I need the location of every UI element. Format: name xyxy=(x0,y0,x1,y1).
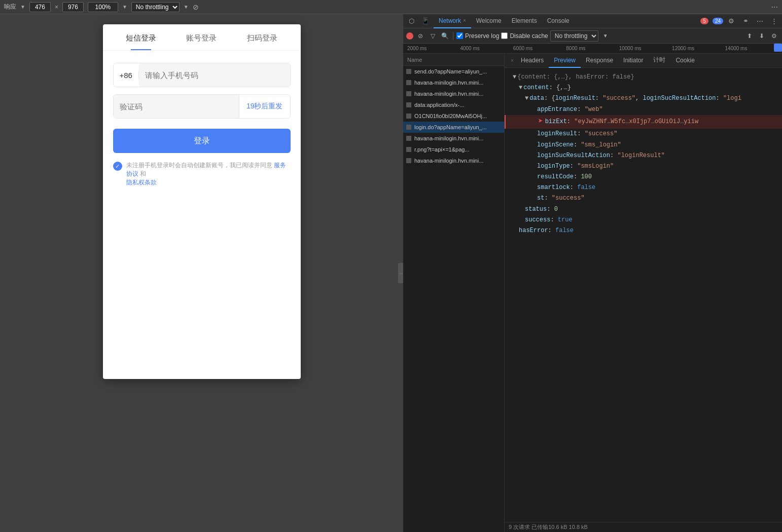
tab-response[interactable]: Response xyxy=(581,54,618,68)
zoom-input[interactable] xyxy=(88,2,118,12)
tab-network[interactable]: Network × xyxy=(434,14,471,28)
import-icon[interactable]: ⬆ xyxy=(744,31,755,41)
toggle-data[interactable]: ▼ xyxy=(525,94,528,103)
network-item[interactable]: havana-minilogin.hvn.mini... xyxy=(403,155,504,166)
login-form: +86 19秒后重发 登录 ✓ 未 xyxy=(103,51,301,197)
tab-timing[interactable]: 计时 xyxy=(648,54,670,68)
more-options-icon[interactable]: ··· xyxy=(771,3,778,12)
tab-cookie[interactable]: Cookie xyxy=(670,54,699,68)
network-item[interactable]: r.png?t=api×=1&pag... xyxy=(403,144,504,155)
export-icon[interactable]: ⬇ xyxy=(757,31,767,41)
detail-close-button[interactable]: × xyxy=(509,57,516,64)
tab-initiator[interactable]: Initiator xyxy=(618,54,648,68)
login-button[interactable]: 登录 xyxy=(113,129,291,153)
more-tabs-icon[interactable]: ⋯ xyxy=(754,15,766,27)
timeline-14000: 14000 ms xyxy=(725,46,778,51)
toggle-content[interactable]: ▼ xyxy=(519,83,522,93)
search-icon[interactable]: 🔍 xyxy=(440,31,450,41)
close-devtools-icon[interactable]: ⋮ xyxy=(768,15,780,27)
rotate-icon[interactable]: ⊘ xyxy=(193,3,199,11)
dim-separator: × xyxy=(55,4,58,11)
agreement-row: ✓ 未注册手机登录时会自动创建新账号，我已阅读并同意 服务协议 和 隐私权条款 xyxy=(113,161,291,187)
tab-preview[interactable]: Preview xyxy=(549,54,581,68)
timeline-6000: 6000 ms xyxy=(513,46,566,51)
network-item-icon xyxy=(406,125,411,130)
network-tab-close[interactable]: × xyxy=(463,18,466,23)
toggle-root[interactable]: ▼ xyxy=(513,72,516,82)
code-row: 19秒后重发 xyxy=(113,94,291,119)
network-item-name: r.png?t=api×=1&pag... xyxy=(414,146,501,153)
connect-icon[interactable]: ⚭ xyxy=(739,15,752,27)
tab-elements[interactable]: Elements xyxy=(507,14,542,28)
code-input[interactable] xyxy=(114,95,239,118)
json-status-line: status : 0 xyxy=(505,204,782,215)
network-item-name: data:application/x-... xyxy=(414,102,501,108)
network-item-name: O1CN01fio0bI20MwAl5OHj... xyxy=(414,113,501,119)
login-tabs: 短信登录 账号登录 扫码登录 xyxy=(103,24,301,51)
agreement-text: 未注册手机登录时会自动创建新账号，我已阅读并同意 服务协议 和 隐私权条款 xyxy=(126,161,291,187)
error-badge: 5 xyxy=(700,18,708,24)
json-smartlock-line: smartlock : false xyxy=(505,182,782,193)
browser-top-bar: 响应 ▼ × ▼ No throttling ▼ ⊘ ··· xyxy=(0,0,782,14)
phone-prefix: +86 xyxy=(114,71,139,80)
detail-tabs: × Headers Preview Response Initiator 计时 xyxy=(505,54,782,68)
device-icon[interactable]: 📱 xyxy=(419,15,432,27)
throttle-dropdown-icon[interactable]: ▼ xyxy=(600,31,611,41)
disable-cache-label[interactable]: Disable cache xyxy=(501,32,548,40)
settings-network-icon[interactable]: ⚙ xyxy=(769,31,779,41)
phone-input[interactable] xyxy=(139,63,290,87)
record-button[interactable] xyxy=(406,32,413,40)
tab-headers[interactable]: Headers xyxy=(516,54,549,68)
agreement-checkbox[interactable]: ✓ xyxy=(113,162,122,171)
settings-icon[interactable]: ⚙ xyxy=(725,15,737,27)
privacy-policy-link[interactable]: 隐私权条款 xyxy=(126,179,157,186)
toolbar-right: ⬆ ⬇ ⚙ xyxy=(744,31,779,41)
network-item-name: havana-minilogin.hvn.mini... xyxy=(414,135,501,141)
tab-qr-login[interactable]: 扫码登录 xyxy=(232,24,292,50)
throttle-select[interactable]: No throttling xyxy=(131,2,180,12)
network-item-selected[interactable]: login.do?appName=aliyun_... xyxy=(403,122,504,133)
json-loginResult-line: loginResult : "success" xyxy=(505,129,782,139)
json-root-line[interactable]: ▼ {content: {,…}, hasError: false} xyxy=(505,72,782,83)
network-item[interactable]: havana-minilogin.hvn.mini... xyxy=(403,88,504,99)
width-input[interactable] xyxy=(29,2,51,12)
send-code-button[interactable]: 19秒后重发 xyxy=(239,95,290,118)
resize-handle[interactable]: ⋮ xyxy=(398,263,403,283)
json-success-line: success : true xyxy=(505,215,782,225)
network-toolbar: ⊘ ▽ 🔍 Preserve log Disable cache No thro… xyxy=(403,28,782,44)
json-content-line[interactable]: ▼ content : {,…} xyxy=(505,83,782,93)
tab-sms-login[interactable]: 短信登录 xyxy=(111,24,171,50)
disable-cache-checkbox[interactable] xyxy=(501,32,508,39)
height-input[interactable] xyxy=(62,2,84,12)
network-item[interactable]: havana-minilogin.hvn.mini... xyxy=(403,77,504,88)
network-item-icon xyxy=(406,158,411,163)
stop-icon[interactable]: ⊘ xyxy=(415,31,425,41)
network-item-icon xyxy=(406,91,411,96)
json-appEntrance-line: appEntrance : "web" xyxy=(505,104,782,115)
tab-account-login[interactable]: 账号登录 xyxy=(171,24,232,50)
preserve-log-label[interactable]: Preserve log xyxy=(456,32,499,40)
network-item-icon xyxy=(406,147,411,152)
json-loginType-line: loginType : "smsLogin" xyxy=(505,161,782,172)
network-throttle-select[interactable]: No throttling xyxy=(550,30,598,42)
network-item[interactable]: havana-minilogin.hvn.mini... xyxy=(403,133,504,144)
network-item-icon xyxy=(406,113,411,119)
tab-console[interactable]: Console xyxy=(542,14,575,28)
network-item[interactable]: data:application/x-... xyxy=(403,99,504,110)
status-text: 9 次请求 已传输10.6 kB 10.8 kB xyxy=(509,523,588,531)
zoom-dropdown-icon: ▼ xyxy=(122,4,127,10)
devtools-icons-left: ⬡ 📱 xyxy=(405,15,432,27)
timeline-labels: 2000 ms 4000 ms 6000 ms 8000 ms 10000 ms… xyxy=(407,46,778,51)
devtools-tabs: ⬡ 📱 Network × Welcome Elements Console 5… xyxy=(403,14,782,28)
preserve-log-checkbox[interactable] xyxy=(456,32,463,39)
network-item[interactable]: O1CN01fio0bI20MwAl5OHj... xyxy=(403,110,504,122)
tab-welcome[interactable]: Welcome xyxy=(471,14,507,28)
json-resultCode-line: resultCode : 100 xyxy=(505,172,782,182)
red-arrow-indicator: ➤ xyxy=(538,116,543,129)
network-item[interactable]: send.do?appName=aliyun_... xyxy=(403,66,504,77)
filter-icon[interactable]: ▽ xyxy=(428,31,438,41)
json-data-line[interactable]: ▼ data : { loginResult : "success" , log… xyxy=(505,93,782,104)
network-item-name: havana-minilogin.hvn.mini... xyxy=(414,80,501,86)
inspect-icon[interactable]: ⬡ xyxy=(405,15,417,27)
timeline-bar: 2000 ms 4000 ms 6000 ms 8000 ms 10000 ms… xyxy=(403,44,782,54)
